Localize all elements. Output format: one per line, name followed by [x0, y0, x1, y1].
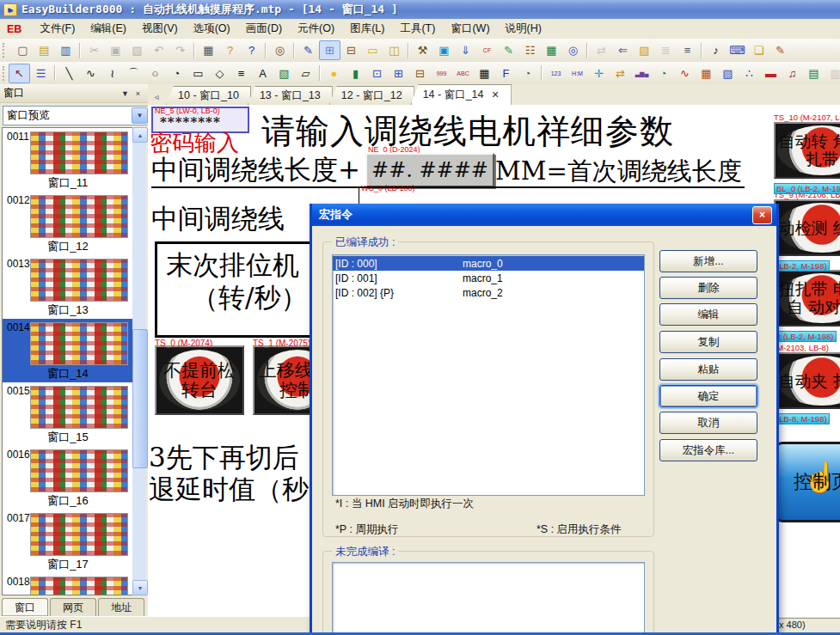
title-bar[interactable]: ▶ EasyBuilder8000 : 自动扎线机触摸屏程序.mtp - [14…: [0, 0, 840, 19]
window-thumbnail[interactable]: [30, 131, 128, 174]
pie-icon[interactable]: ◔: [166, 64, 187, 83]
event-display-icon[interactable]: ▤: [803, 64, 825, 83]
cascade-windows-icon[interactable]: ◫: [383, 40, 405, 60]
scatter-icon[interactable]: ∴: [739, 64, 760, 83]
macro-list-row[interactable]: [ID : 002] {P}macro_2: [333, 285, 644, 300]
pen-icon[interactable]: ✎: [297, 40, 319, 60]
copy-icon[interactable]: ▣: [105, 40, 126, 60]
redo-icon[interactable]: ↷: [169, 40, 191, 60]
window-thumbnail[interactable]: [30, 449, 128, 492]
cf-card-icon[interactable]: CF: [476, 40, 498, 60]
context-help-icon[interactable]: ?: [241, 40, 262, 60]
window-thumbnail[interactable]: [30, 513, 128, 556]
canvas-right-button-block[interactable]: (M-2105, LB-2)扭扎带 电机自 动对位2 (LB-2, M-198): [774, 260, 840, 343]
alarm-bell-icon[interactable]: ♫: [782, 64, 803, 83]
paste-button[interactable]: 粘贴: [659, 358, 757, 381]
save-icon[interactable]: ▥: [55, 40, 77, 60]
text-icon[interactable]: A: [252, 64, 273, 83]
menu-library[interactable]: 图库(L): [342, 19, 392, 39]
menu-option[interactable]: 选项(O): [186, 19, 238, 39]
data-table-icon[interactable]: ▦: [541, 40, 562, 60]
window-preview-item[interactable]: 0013窗口_13: [3, 255, 133, 319]
menu-edit[interactable]: 编辑(E): [83, 19, 134, 39]
param-line-prefix-text[interactable]: 中间调绕线长度+: [151, 152, 360, 188]
grid-icon[interactable]: ⊞: [319, 40, 340, 60]
window-thumbnail[interactable]: [30, 195, 128, 238]
param-line2-text[interactable]: 中间调绕线: [151, 201, 285, 237]
time-display-icon[interactable]: H:M: [567, 64, 588, 83]
red-dome-button-1[interactable]: 不提前松 转台: [155, 345, 244, 415]
find-icon[interactable]: ◎: [269, 40, 291, 60]
tab-scroll-left-icon[interactable]: ◃: [150, 89, 162, 104]
set-bit-icon[interactable]: ⊡: [366, 64, 388, 83]
polyline-icon[interactable]: ≀: [101, 64, 123, 83]
menu-help[interactable]: 说明(H): [498, 19, 549, 39]
red-dome-button[interactable]: 自动转 角扭扎带: [774, 122, 840, 179]
print-icon[interactable]: ▦: [198, 40, 219, 60]
group-library-icon[interactable]: ≡: [677, 40, 698, 60]
menu-tools[interactable]: 工具(T): [392, 19, 443, 39]
compile-icon[interactable]: ▣: [433, 40, 455, 60]
menu-view[interactable]: 视图(V): [134, 19, 186, 39]
dialog-title-bar[interactable]: 宏指令 ×: [312, 204, 776, 226]
window-thumbnail[interactable]: [30, 577, 128, 595]
numeric-input-object[interactable]: ##. ####: [365, 153, 494, 187]
line-icon[interactable]: ╲: [58, 64, 80, 83]
indicator-lamp-icon[interactable]: ▮: [345, 64, 366, 83]
window-thumbnail[interactable]: [30, 259, 128, 302]
polygon-icon[interactable]: ◇: [209, 64, 230, 83]
function-f-icon[interactable]: F: [495, 64, 517, 83]
clock-icon[interactable]: ◔: [517, 64, 538, 83]
preview-mode-select[interactable]: 窗口预览 ▼: [3, 106, 150, 125]
decompile-icon[interactable]: ⇄: [591, 40, 612, 60]
copy-button[interactable]: 复制: [659, 331, 757, 353]
function-key-icon[interactable]: ●: [323, 64, 345, 83]
window-preview-item[interactable]: 0017窗口_17: [3, 510, 133, 573]
select-cursor-icon[interactable]: ↖: [9, 64, 30, 83]
tab-window-10[interactable]: 10 - 窗口_10: [166, 86, 251, 105]
canvas-right-button-block[interactable]: TS_10 (M-2107, LB-2)自动转 角扭扎带BL_0 (LB-2, …: [774, 113, 840, 195]
edit-button[interactable]: 编辑: [659, 303, 757, 326]
window-thumbnail[interactable]: [30, 322, 128, 365]
scale-icon[interactable]: ≡: [230, 64, 252, 83]
picture-manager-icon[interactable]: ▧: [634, 40, 655, 60]
speed-box-object[interactable]: 末次排位机 （转/秒）: [155, 241, 334, 338]
object-properties-icon[interactable]: ☰: [30, 64, 52, 83]
window-thumbnail[interactable]: [30, 386, 128, 429]
shape-manager-icon[interactable]: ≣: [655, 40, 677, 60]
sidebar-scrollbar[interactable]: ▲ ▼: [132, 127, 146, 595]
tab-window-14[interactable]: 14 - 窗口_14✕: [411, 84, 512, 105]
tab-window-13[interactable]: 13 - 窗口_13: [248, 86, 333, 105]
paste-icon[interactable]: ▨: [126, 40, 148, 60]
scroll-up-icon[interactable]: ▲: [132, 127, 148, 143]
ascii-display-icon[interactable]: ABC: [452, 64, 474, 83]
barcode-icon[interactable]: ▦: [474, 64, 495, 83]
new-file-icon[interactable]: ▢: [12, 40, 34, 60]
bar-graph-icon[interactable]: ▃▆▄: [631, 64, 653, 83]
sidebar-tab-address[interactable]: 地址: [98, 598, 144, 617]
circle-icon[interactable]: ○: [144, 64, 166, 83]
tab-close-icon[interactable]: ✕: [492, 89, 500, 101]
numeric-input-icon[interactable]: 123: [545, 64, 567, 83]
window-preview-item[interactable]: 0016窗口_16: [3, 446, 133, 510]
memo-icon[interactable]: ✎: [769, 40, 791, 60]
tab-window-12[interactable]: 12 - 窗口_12: [329, 86, 414, 105]
macro-list-row[interactable]: [ID : 000]macro_0: [333, 256, 644, 271]
toggle-switch-icon[interactable]: ⊟: [409, 64, 431, 83]
window-preview-item[interactable]: 0015窗口_15: [3, 382, 133, 446]
cancel-button[interactable]: 取消: [659, 412, 757, 434]
sound-library-icon[interactable]: ♪: [705, 40, 727, 60]
trend-display-icon[interactable]: ∿: [674, 64, 696, 83]
system-parameter-icon[interactable]: ☷: [519, 40, 541, 60]
set-word-icon[interactable]: ⊞: [388, 64, 409, 83]
window-preview-item[interactable]: 0014窗口_14: [3, 319, 133, 382]
undo-icon[interactable]: ↶: [148, 40, 169, 60]
frame-icon[interactable]: ▱: [295, 64, 316, 83]
macro-list-row[interactable]: [ID : 001]macro_1: [333, 271, 644, 285]
rectangle-icon[interactable]: ▭: [187, 64, 209, 83]
note-line2-text[interactable]: 退延时值（秒: [149, 472, 309, 508]
move-shape-icon[interactable]: ✛: [588, 64, 610, 83]
red-dome-button[interactable]: 自动夹 扎带: [774, 352, 840, 409]
zoom-view-icon[interactable]: ◎: [562, 40, 584, 60]
pending-listbox[interactable]: [332, 562, 645, 635]
